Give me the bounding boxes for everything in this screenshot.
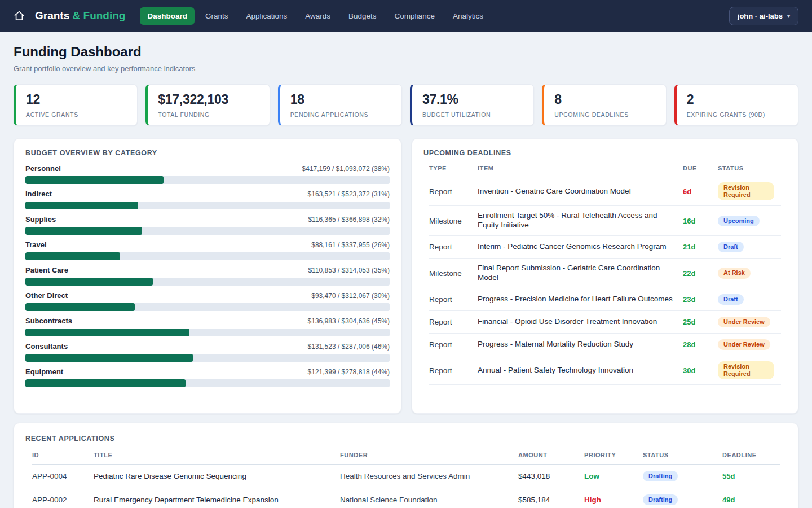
column-header: STATUS bbox=[718, 165, 781, 172]
stat-value: 37.1% bbox=[422, 92, 523, 107]
budget-row: Indirect$163,521 / $523,372 (31%) bbox=[25, 190, 390, 209]
deadline-type: Report bbox=[429, 366, 471, 375]
user-menu-button[interactable]: john · ai-labs ▾ bbox=[729, 7, 798, 25]
nav-item-awards[interactable]: Awards bbox=[298, 7, 338, 25]
deadline-due: 6d bbox=[683, 187, 711, 196]
stat-label: ACTIVE GRANTS bbox=[26, 111, 127, 118]
budget-row: Supplies$116,365 / $366,898 (32%) bbox=[25, 215, 390, 235]
deadline-row: ReportInvention - Geriatric Care Coordin… bbox=[429, 177, 781, 206]
budget-bar-track bbox=[25, 176, 390, 184]
deadline-type: Report bbox=[429, 243, 471, 251]
stat-card: 12ACTIVE GRANTS bbox=[14, 84, 138, 126]
budget-bar-track bbox=[25, 227, 390, 235]
application-funder: National Science Foundation bbox=[340, 496, 518, 504]
page-subtitle: Grant portfolio overview and key perform… bbox=[14, 64, 798, 73]
brand-logo: Grants & Funding bbox=[35, 10, 125, 22]
deadline-item: Enrollment Target 50% - Rural Telehealth… bbox=[478, 211, 676, 230]
deadline-item: Annual - Patient Safety Technology Innov… bbox=[478, 366, 676, 375]
deadline-status-cell: Revision Required bbox=[718, 361, 781, 379]
column-header: TYPE bbox=[429, 165, 471, 172]
home-icon[interactable] bbox=[14, 10, 25, 21]
brand-accent: & Funding bbox=[73, 10, 126, 21]
deadline-row: MilestoneFinal Report Submission - Geria… bbox=[429, 259, 781, 288]
budget-category-label: Patient Care bbox=[25, 266, 68, 274]
column-header: ID bbox=[32, 452, 94, 458]
stat-card: 8UPCOMING DEADLINES bbox=[542, 84, 666, 126]
deadline-item: Final Report Submission - Geriatric Care… bbox=[478, 264, 676, 283]
budget-row: Patient Care$110,853 / $314,053 (35%) bbox=[25, 266, 390, 286]
budget-amount-label: $116,365 / $366,898 (32%) bbox=[308, 216, 390, 224]
deadline-item: Financial - Opioid Use Disorder Treatmen… bbox=[478, 317, 676, 327]
column-header: FUNDER bbox=[340, 452, 518, 458]
nav-item-analytics[interactable]: Analytics bbox=[445, 7, 491, 25]
stat-label: PENDING APPLICATIONS bbox=[290, 111, 391, 118]
stat-card: $17,322,103TOTAL FUNDING bbox=[145, 84, 270, 126]
budget-row: Subcontracts$136,983 / $304,636 (45%) bbox=[25, 317, 390, 336]
budget-bar-track bbox=[25, 354, 390, 362]
stat-card: 2EXPIRING GRANTS (90D) bbox=[674, 84, 798, 126]
application-amount: $585,184 bbox=[518, 496, 584, 504]
budget-category-label: Subcontracts bbox=[25, 317, 72, 325]
application-row: APP-0002Rural Emergency Department Telem… bbox=[32, 488, 780, 508]
deadline-row: MilestoneEnrollment Target 50% - Rural T… bbox=[429, 206, 781, 236]
budget-amount-label: $93,470 / $312,067 (30%) bbox=[311, 292, 390, 300]
deadline-due: 28d bbox=[683, 340, 711, 349]
upcoming-deadlines-panel: UPCOMING DEADLINES TYPEITEMDUESTATUS Rep… bbox=[412, 138, 798, 414]
deadline-type: Report bbox=[429, 295, 471, 304]
applications-rows: APP-0004Pediatric Rare Disease Genomic S… bbox=[32, 465, 780, 508]
nav-item-dashboard[interactable]: Dashboard bbox=[140, 7, 195, 25]
budget-category-label: Supplies bbox=[25, 215, 56, 224]
budget-amount-label: $88,161 / $337,955 (26%) bbox=[311, 241, 390, 249]
deadline-row: ReportProgress - Precision Medicine for … bbox=[429, 288, 781, 311]
application-deadline: 55d bbox=[722, 472, 780, 480]
deadline-row: ReportAnnual - Patient Safety Technology… bbox=[429, 356, 781, 385]
main-content: Funding Dashboard Grant portfolio overvi… bbox=[0, 32, 812, 508]
budget-bar-fill bbox=[25, 354, 193, 362]
deadline-status-cell: Upcoming bbox=[718, 216, 781, 226]
nav-item-applications[interactable]: Applications bbox=[239, 7, 294, 25]
deadlines-rows: ReportInvention - Geriatric Care Coordin… bbox=[429, 177, 781, 385]
stat-card: 37.1%BUDGET UTILIZATION bbox=[410, 84, 534, 126]
deadline-due: 16d bbox=[683, 217, 711, 225]
budget-amount-label: $163,521 / $523,372 (31%) bbox=[308, 190, 390, 198]
budget-category-label: Indirect bbox=[25, 190, 52, 198]
stat-label: EXPIRING GRANTS (90D) bbox=[687, 111, 788, 118]
deadline-item: Progress - Maternal Mortality Reduction … bbox=[478, 340, 676, 349]
status-badge: Draft bbox=[718, 294, 744, 305]
stat-value: $17,322,103 bbox=[158, 92, 259, 107]
deadlines-header-row: TYPEITEMDUESTATUS bbox=[429, 165, 781, 177]
top-nav: Grants & Funding DashboardGrantsApplicat… bbox=[0, 0, 812, 32]
nav-item-budgets[interactable]: Budgets bbox=[341, 7, 384, 25]
budget-rows: Personnel$417,159 / $1,093,072 (38%)Indi… bbox=[25, 164, 390, 387]
deadline-due: 25d bbox=[683, 318, 711, 326]
budget-bar-fill bbox=[25, 176, 164, 184]
budget-panel-title: BUDGET OVERVIEW BY CATEGORY bbox=[25, 149, 390, 157]
budget-amount-label: $121,399 / $278,818 (44%) bbox=[308, 368, 390, 376]
budget-category-label: Travel bbox=[25, 240, 47, 249]
budget-amount-label: $136,983 / $304,636 (45%) bbox=[308, 317, 390, 325]
application-funder: Health Resources and Services Admin bbox=[340, 472, 518, 480]
nav-item-compliance[interactable]: Compliance bbox=[387, 7, 442, 25]
stat-value: 8 bbox=[554, 92, 655, 107]
application-status-cell: Drafting bbox=[643, 471, 722, 481]
deadline-status-cell: Revision Required bbox=[718, 182, 781, 200]
deadline-status-cell: At Risk bbox=[718, 268, 781, 278]
column-header: TITLE bbox=[94, 452, 340, 458]
stat-label: UPCOMING DEADLINES bbox=[554, 111, 655, 118]
application-priority: Low bbox=[584, 472, 643, 480]
stat-cards: 12ACTIVE GRANTS$17,322,103TOTAL FUNDING1… bbox=[14, 84, 798, 126]
nav-item-grants[interactable]: Grants bbox=[198, 7, 236, 25]
budget-bar-track bbox=[25, 202, 390, 209]
budget-bar-track bbox=[25, 379, 390, 387]
status-badge: Under Review bbox=[718, 339, 770, 350]
budget-category-label: Other Direct bbox=[25, 291, 68, 300]
deadline-type: Report bbox=[429, 187, 471, 196]
application-priority: High bbox=[584, 496, 643, 504]
budget-bar-fill bbox=[25, 227, 142, 235]
status-badge: Under Review bbox=[718, 317, 770, 327]
budget-amount-label: $110,853 / $314,053 (35%) bbox=[308, 266, 390, 274]
applications-panel-title: RECENT APPLICATIONS bbox=[25, 435, 787, 443]
budget-category-label: Equipment bbox=[25, 367, 63, 376]
applications-header-row: IDTITLEFUNDERAMOUNTPRIORITYSTATUSDEADLIN… bbox=[32, 452, 780, 465]
deadline-item: Interim - Pediatric Cancer Genomics Rese… bbox=[478, 242, 676, 252]
